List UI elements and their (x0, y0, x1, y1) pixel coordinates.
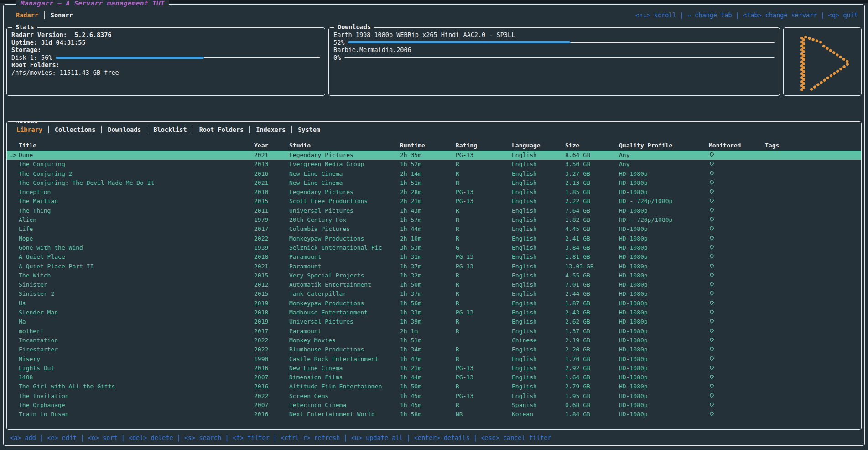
cell-year: 2007 (254, 401, 289, 410)
cell-title: Us (19, 299, 254, 308)
cell-language: English (512, 271, 565, 280)
servarr-tab-sonarr[interactable]: Sonarr (45, 11, 79, 19)
uptime: Uptime: 31d 04:31:55 (11, 39, 320, 47)
cell-title: The Witch (19, 271, 254, 280)
tag-icon (709, 170, 715, 177)
table-row[interactable]: =>Dune2021Legendary Pictures2h 35mPG-13E… (7, 151, 861, 160)
cell-runtime: 1h 21m (400, 364, 456, 373)
cell-tags (765, 280, 861, 289)
cell-marker (7, 197, 19, 206)
servarr-tab-radarr[interactable]: Radarr (10, 11, 44, 19)
table-row[interactable]: Incantation2022Monkey Movies1h 51mChines… (7, 336, 861, 345)
column-header-studio: Studio (289, 141, 400, 151)
cell-tags (765, 382, 861, 391)
table-row[interactable]: A Quiet Place2018Paramount1h 31mPG-13Eng… (7, 252, 861, 262)
cell-quality: HD-1080p (619, 299, 709, 308)
cell-language: English (512, 345, 565, 354)
cell-rating: R (456, 355, 512, 364)
table-row[interactable]: Us2019Monkeypaw Productions1h 56mREnglis… (7, 299, 861, 308)
table-row[interactable]: The Thing2011Universal Pictures1h 43mREn… (7, 206, 861, 215)
cell-monitored (709, 215, 765, 225)
cell-runtime: 2h 21m (400, 197, 456, 206)
cell-language: English (512, 289, 565, 298)
table-row[interactable]: A Quiet Place Part II2021Paramount1h 37m… (7, 262, 861, 271)
cell-runtime: 1h 32m (400, 271, 456, 280)
cell-tags (765, 289, 861, 298)
table-row[interactable]: The Conjuring: The Devil Made Me Do It20… (7, 178, 861, 188)
cell-year: 2022 (254, 336, 289, 345)
table-row[interactable]: Nope2022Monkeypaw Productions2h 10mREngl… (7, 234, 861, 243)
movies-tab-collections[interactable]: Collections (49, 126, 101, 133)
cell-rating: R (456, 317, 512, 326)
tag-icon (709, 365, 715, 371)
table-row[interactable]: Firestarter2022Blumhouse Productions1h 3… (7, 345, 861, 354)
cell-studio: Universal Pictures (289, 317, 400, 326)
movies-tab-indexers[interactable]: Indexers (250, 126, 291, 133)
cell-monitored (709, 355, 765, 364)
table-row[interactable]: The Conjuring2013Evergreen Media Group1h… (7, 160, 861, 169)
cell-studio: Legendary Pictures (289, 188, 400, 197)
cell-language: English (512, 317, 565, 326)
download-progress-gauge (344, 57, 775, 59)
movies-tab-blocklist[interactable]: Blocklist (147, 126, 192, 133)
cell-rating: R (456, 345, 512, 354)
cell-language: English (512, 299, 565, 308)
movies-tab-library[interactable]: Library (10, 126, 48, 133)
cell-language: Korean (512, 410, 565, 419)
table-row[interactable]: Inception2010Legendary Pictures2h 28mPG-… (7, 188, 861, 197)
table-row[interactable]: The Martian2015Scott Free Productions2h … (7, 197, 861, 206)
cell-size: 2.62 GB (565, 317, 619, 326)
cell-year: 2018 (254, 252, 289, 262)
tag-icon (709, 235, 715, 241)
cell-runtime: 1h 39m (400, 317, 456, 326)
table-row[interactable]: mother!2017Paramount2h 1mREnglish1.37 GB… (7, 327, 861, 336)
table-row[interactable]: Sinister2012Automatik Entertainment1h 50… (7, 280, 861, 289)
cell-rating: PG-13 (456, 197, 512, 206)
table-row[interactable]: The Witch2015Very Special Projects1h 32m… (7, 271, 861, 280)
cell-title: The Conjuring (19, 160, 254, 169)
cell-title: Nope (19, 234, 254, 243)
movies-tab-system[interactable]: System (292, 126, 326, 133)
cell-language: English (512, 225, 565, 234)
table-row[interactable]: Train to Busan2016Next Entertainment Wor… (7, 410, 861, 419)
radarr-version: Radarr Version: 5.2.6.8376 (11, 31, 320, 39)
table-row[interactable]: Gone with the Wind1939Selznick Internati… (7, 243, 861, 252)
table-row[interactable]: The Conjuring 22016New Line Cinema2h 14m… (7, 169, 861, 178)
table-row[interactable]: The Orphanage2007Telecinco Cinema1h 45mR… (7, 401, 861, 410)
table-row[interactable]: Slender Man2018Madhouse Entertainment1h … (7, 308, 861, 317)
table-row[interactable]: The Girl with All the Gifts2016Altitude … (7, 382, 861, 391)
column-header-title: Title (19, 141, 254, 151)
cell-studio: Castle Rock Entertainment (289, 355, 400, 364)
column-header-language: Language (512, 141, 565, 151)
cell-studio: Universal Pictures (289, 206, 400, 215)
cell-quality: HD-1080p (619, 169, 709, 178)
table-row[interactable]: Sinister 22015Tank Caterpillar1h 37mREng… (7, 289, 861, 298)
cell-marker (7, 178, 19, 188)
cell-runtime: 1h 45m (400, 401, 456, 410)
cell-year: 2007 (254, 373, 289, 382)
cell-studio: Telecinco Cinema (289, 401, 400, 410)
cell-monitored (709, 271, 765, 280)
cell-size: 2.13 GB (565, 178, 619, 188)
movies-tab-root-folders[interactable]: Root Folders (193, 126, 250, 133)
cell-year: 2012 (254, 280, 289, 289)
tag-icon (709, 328, 715, 334)
download-item-name: Barbie.Mermaidia.2006 (333, 46, 775, 54)
cell-tags (765, 188, 861, 197)
cell-marker (7, 169, 19, 178)
table-row[interactable]: Life2017Columbia Pictures1h 44mREnglish4… (7, 225, 861, 234)
cell-quality: HD-1080p (619, 373, 709, 382)
table-row[interactable]: Lights Out2016New Line Cinema1h 21mPG-13… (7, 364, 861, 373)
column-header-size: Size (565, 141, 619, 151)
table-row[interactable]: Misery1990Castle Rock Entertainment1h 47… (7, 355, 861, 364)
table-row[interactable]: Alien197920th Century Fox1h 57mREnglish1… (7, 215, 861, 225)
table-row[interactable]: The Invitation2022Screen Gems1h 45mPG-13… (7, 392, 861, 401)
cell-title: Dune (19, 151, 254, 160)
cell-language: English (512, 373, 565, 382)
cell-quality: HD-1080p (619, 392, 709, 401)
table-row[interactable]: 14082007Dimension Films1h 44mPG-13Englis… (7, 373, 861, 382)
cell-monitored (709, 169, 765, 178)
table-row[interactable]: Ma2019Universal Pictures1h 39mREnglish2.… (7, 317, 861, 326)
cell-studio: Paramount (289, 262, 400, 271)
movies-tab-downloads[interactable]: Downloads (102, 126, 147, 133)
